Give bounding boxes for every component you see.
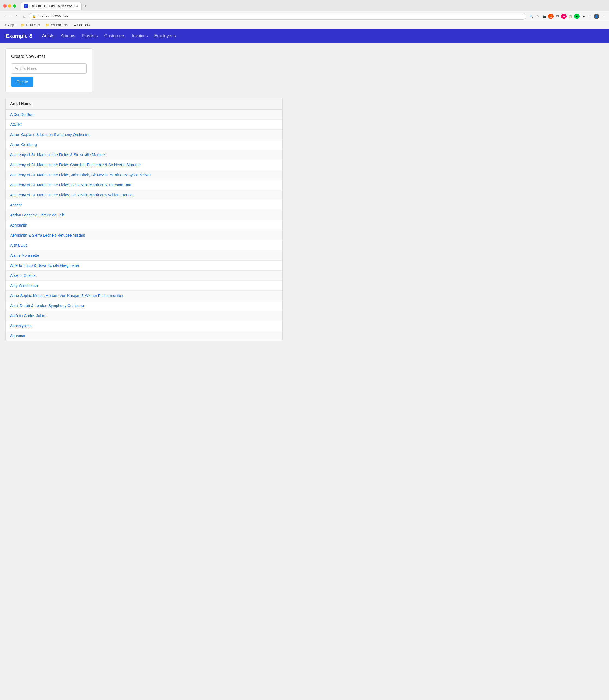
nav-albums[interactable]: Albums (60, 32, 75, 39)
apps-icon: ⊞ (4, 23, 7, 27)
browser-tabs: 🌐 Chinook Database Web Server × + (21, 2, 89, 10)
table-row[interactable]: Adrian Leaper & Doreen de Feis (6, 210, 282, 220)
artist-link[interactable]: Academy of St. Martin in the Fields & Si… (10, 153, 106, 157)
table-row[interactable]: Apocalyptica (6, 321, 282, 331)
address-text: localhost:5000/artists (38, 14, 523, 18)
table-row[interactable]: Antônio Carlos Jobim (6, 311, 282, 321)
browser-titlebar: 🌐 Chinook Database Web Server × + (0, 0, 609, 11)
app-title: Example 8 (5, 33, 32, 39)
bookmark-shutterfly[interactable]: 📁 Shutterfly (20, 22, 41, 28)
table-row[interactable]: Antal Doráti & London Symphony Orchestra (6, 301, 282, 311)
back-button[interactable]: ‹ (3, 13, 7, 20)
table-row[interactable]: Aquaman (6, 331, 282, 341)
lock-icon: 🔒 (32, 15, 36, 18)
table-row[interactable]: Academy of St. Martin in the Fields, Joh… (6, 170, 282, 180)
table-row[interactable]: Alberto Turco & Nova Schola Gregoriana (6, 260, 282, 271)
bookmark-onedrive-label: OneDrive (77, 23, 91, 27)
bookmarks-bar: ⊞ Apps 📁 Shutterfly 📁 My Projects ☁ OneD… (0, 21, 609, 29)
table-row[interactable]: Aaron Goldberg (6, 140, 282, 150)
tab-title: Chinook Database Web Server (30, 4, 74, 8)
artist-link[interactable]: Aaron Copland & London Symphony Orchestr… (10, 133, 90, 137)
create-button[interactable]: Create (11, 77, 33, 87)
artist-link[interactable]: Aisha Duo (10, 243, 28, 247)
extension-icon-2[interactable]: 🛡 (555, 14, 560, 19)
artist-link[interactable]: Amy Winehouse (10, 284, 38, 288)
home-button[interactable]: ⌂ (22, 13, 27, 20)
artist-link[interactable]: Academy of St. Martin in the Fields Cham… (10, 163, 141, 167)
artist-link[interactable]: Academy of St. Martin in the Fields, Joh… (10, 173, 152, 177)
screenshot-icon[interactable]: 📷 (542, 14, 547, 19)
artist-link[interactable]: Aerosmith & Sierra Leone's Refugee Allst… (10, 233, 85, 237)
table-row[interactable]: Academy of St. Martin in the Fields Cham… (6, 160, 282, 170)
table-row[interactable]: AC/DC (6, 120, 282, 130)
artist-link[interactable]: Apocalyptica (10, 324, 32, 328)
onedrive-icon: ☁ (73, 23, 76, 27)
table-row[interactable]: Anne-Sophie Mutter, Herbert Von Karajan … (6, 291, 282, 301)
artist-name-input[interactable] (11, 63, 87, 74)
extension-icon-6[interactable]: ⊕ (581, 14, 586, 19)
table-row[interactable]: Aerosmith & Sierra Leone's Refugee Allst… (6, 231, 282, 240)
table-row[interactable]: Academy of St. Martin in the Fields & Si… (6, 150, 282, 160)
bookmark-onedrive[interactable]: ☁ OneDrive (72, 22, 92, 28)
artist-link[interactable]: Accept (10, 203, 22, 207)
artist-link[interactable]: Aerosmith (10, 223, 27, 227)
artist-link[interactable]: Antal Doráti & London Symphony Orchestra (10, 304, 84, 308)
forward-button[interactable]: › (9, 13, 13, 20)
browser-toolbar: ‹ › ↻ ⌂ 🔒 localhost:5000/artists 🔍 ☆ 📷 🦊… (0, 11, 609, 21)
nav-invoices[interactable]: Invoices (132, 32, 148, 39)
table-row[interactable]: Aisha Duo (6, 240, 282, 251)
extension-icon-3[interactable]: ✱ (561, 14, 567, 19)
tab-close-button[interactable]: × (76, 4, 78, 8)
artist-link[interactable]: Adrian Leaper & Doreen de Feis (10, 213, 65, 217)
artist-link[interactable]: Antônio Carlos Jobim (10, 313, 46, 318)
artist-link[interactable]: Aquaman (10, 334, 27, 338)
artist-link[interactable]: Alanis Morissette (10, 253, 39, 258)
table-row[interactable]: Amy Winehouse (6, 281, 282, 291)
table-row[interactable]: Aerosmith (6, 220, 282, 231)
toolbar-icons: 🔍 ☆ 📷 🦊 🛡 ✱ 📋 ● ⊕ ⚙ 👤 ⋮ (528, 14, 606, 19)
content-wrapper: Create New Artist Create Artist Name A C… (5, 48, 283, 341)
artist-link[interactable]: A Cor Do Som (10, 112, 34, 117)
menu-icon[interactable]: ⋮ (600, 14, 606, 19)
table-row[interactable]: Academy of St. Martin in the Fields, Sir… (6, 180, 282, 190)
address-bar[interactable]: 🔒 localhost:5000/artists (29, 13, 526, 20)
profile-avatar[interactable]: 👤 (594, 14, 599, 19)
nav-employees[interactable]: Employees (154, 32, 176, 39)
nav-customers[interactable]: Customers (104, 32, 125, 39)
traffic-light-red[interactable] (3, 4, 6, 7)
nav-playlists[interactable]: Playlists (82, 32, 98, 39)
extension-icon-4[interactable]: 📋 (568, 14, 573, 19)
artist-link[interactable]: AC/DC (10, 122, 22, 127)
traffic-light-green[interactable] (13, 4, 16, 7)
traffic-light-yellow[interactable] (8, 4, 12, 7)
traffic-lights (3, 4, 16, 7)
artist-link[interactable]: Anne-Sophie Mutter, Herbert Von Karajan … (10, 293, 123, 298)
artists-table: Artist Name A Cor Do SomAC/DCAaron Copla… (5, 98, 283, 341)
artist-link[interactable]: Academy of St. Martin in the Fields, Sir… (10, 193, 135, 197)
artists-list: A Cor Do SomAC/DCAaron Copland & London … (6, 109, 282, 341)
artist-link[interactable]: Aaron Goldberg (10, 142, 37, 147)
table-row[interactable]: Accept (6, 200, 282, 210)
bookmark-apps[interactable]: ⊞ Apps (3, 22, 17, 28)
zoom-icon[interactable]: 🔍 (528, 14, 534, 19)
nav-artists[interactable]: Artists (42, 32, 54, 39)
new-tab-button[interactable]: + (82, 2, 89, 10)
extension-icon-1[interactable]: 🦊 (548, 14, 554, 19)
star-icon[interactable]: ☆ (535, 14, 540, 19)
table-row[interactable]: Academy of St. Martin in the Fields, Sir… (6, 190, 282, 200)
artist-link[interactable]: Academy of St. Martin in the Fields, Sir… (10, 183, 131, 187)
extension-icon-5[interactable]: ● (574, 14, 580, 19)
bookmark-myprojects[interactable]: 📁 My Projects (44, 22, 69, 28)
table-row[interactable]: Alice In Chains (6, 271, 282, 281)
extension-icon-7[interactable]: ⚙ (587, 14, 593, 19)
artist-link[interactable]: Alice In Chains (10, 273, 35, 278)
browser-tab-active[interactable]: 🌐 Chinook Database Web Server × (21, 2, 82, 10)
refresh-button[interactable]: ↻ (14, 13, 20, 20)
table-header: Artist Name (6, 98, 282, 109)
browser-chrome: 🌐 Chinook Database Web Server × + ‹ › ↻ … (0, 0, 609, 29)
myprojects-icon: 📁 (46, 23, 50, 27)
table-row[interactable]: Aaron Copland & London Symphony Orchestr… (6, 130, 282, 140)
table-row[interactable]: Alanis Morissette (6, 251, 282, 260)
table-row[interactable]: A Cor Do Som (6, 109, 282, 120)
artist-link[interactable]: Alberto Turco & Nova Schola Gregoriana (10, 263, 79, 268)
